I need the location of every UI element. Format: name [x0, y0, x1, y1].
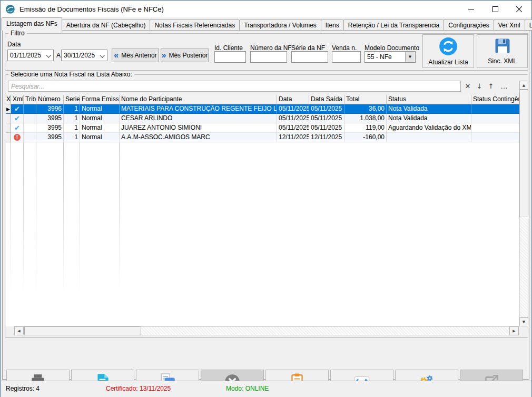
- search-input[interactable]: [8, 81, 461, 92]
- refresh-icon: [438, 36, 458, 59]
- empty-grid-area: [6, 142, 519, 326]
- header-forma-emissao: Forma Emissa: [80, 95, 120, 104]
- xml-status-cell: ✔: [11, 104, 24, 114]
- window-controls: [459, 1, 531, 17]
- table-row[interactable]: ! 3995 1 Normal A.A.M-ASSOC.AMIGOS MARC …: [6, 133, 519, 142]
- forma-emissao-cell: Normal: [80, 133, 120, 142]
- date-between-label: A: [56, 52, 61, 59]
- prev-month-label: Mês Anterior: [121, 52, 156, 59]
- numero-nf-input[interactable]: [250, 51, 287, 63]
- status-contingencia-cell: [471, 123, 519, 133]
- xml-error-icon: !: [14, 134, 21, 141]
- registros-count: Registros: 4: [6, 381, 40, 396]
- row-indicator-cell: [6, 123, 11, 133]
- header-data: Data: [277, 95, 309, 104]
- tab-abertura-da-nf[interactable]: Abertura da NF (Cabeçalho): [62, 20, 151, 31]
- id-cliente-input[interactable]: [214, 51, 246, 63]
- status-cell: Aguardando Validação do XM: [387, 123, 471, 133]
- header-total: Total: [344, 95, 387, 104]
- atualizar-lista-button[interactable]: Atualizar Lista: [422, 34, 474, 68]
- table-row[interactable]: ✔ 3995 1 Normal CESAR ARLINDO 05/11/2025…: [6, 114, 519, 123]
- status-bar: Registros: 4 Certificado: 13/11/2025 Mod…: [1, 381, 531, 397]
- modelo-documento-select[interactable]: 55 - NFe ▼: [364, 51, 416, 63]
- minimize-icon: [468, 9, 474, 9]
- scroll-up-icon: ▲: [523, 83, 525, 88]
- data-cell: 05/11/2025: [277, 104, 309, 114]
- total-cell: 1.038,00: [344, 114, 387, 123]
- data-saida-cell: 05/11/2025: [309, 104, 344, 114]
- close-button[interactable]: [507, 1, 531, 17]
- minimize-button[interactable]: [459, 1, 483, 17]
- tab-itens[interactable]: Itens: [321, 20, 344, 31]
- id-cliente-label: Id. Cliente: [214, 44, 243, 52]
- scroll-down-icon: ▼: [523, 320, 525, 324]
- search-more-icon[interactable]: …: [497, 81, 511, 92]
- scroll-up-button[interactable]: ▲: [519, 81, 528, 90]
- date-label: Data: [7, 41, 21, 48]
- row-indicator-cell: ▶: [6, 104, 11, 114]
- nome-participante-cell: CESAR ARLINDO: [120, 114, 277, 123]
- search-next-icon[interactable]: ↓: [474, 81, 485, 92]
- header-serie: Serie: [64, 95, 80, 104]
- status-contingencia-cell: [471, 114, 519, 123]
- tab-ver-xml[interactable]: Ver Xml: [494, 20, 525, 31]
- sinc-xml-button[interactable]: Sinc. XML: [477, 34, 528, 68]
- numero-nf-label: Número da NF: [250, 44, 292, 52]
- app-logo-icon: [5, 4, 15, 14]
- tab-log[interactable]: Log: [525, 20, 532, 31]
- filter-groupbox: Filtro Data 01/11/2025 A 30/11/2025 « Mê…: [5, 33, 528, 71]
- vertical-scrollbar-thumb[interactable]: [519, 90, 528, 217]
- trib-cell: [24, 123, 36, 133]
- serie-cell: 1: [64, 114, 80, 123]
- window-title: Emissão de Documentos Fiscais (NFe e NFC…: [19, 5, 164, 13]
- header-nome-participante: Nome do Participante: [120, 95, 277, 104]
- scrollbar-corner: [6, 326, 14, 335]
- app-window: Emissão de Documentos Fiscais (NFe e NFC…: [0, 0, 532, 397]
- trib-cell: [24, 104, 36, 114]
- table-row[interactable]: ✔ 3995 1 Normal JUAREZ ANTONIO SIMIONI 0…: [6, 123, 519, 133]
- maximize-button[interactable]: [483, 1, 507, 17]
- date-from-combobox[interactable]: 01/11/2025: [7, 50, 54, 61]
- row-indicator-cell: [6, 133, 11, 142]
- serie-cell: 1: [64, 133, 80, 142]
- numero-cell: 3995: [36, 123, 64, 133]
- tab-page: Filtro Data 01/11/2025 A 30/11/2025 « Mê…: [2, 30, 529, 380]
- search-prev-icon[interactable]: ↑: [486, 81, 496, 92]
- forma-emissao-cell: Normal: [80, 104, 120, 114]
- numero-cell: 3996: [36, 104, 64, 114]
- total-cell: -160,00: [344, 133, 387, 142]
- scroll-down-button[interactable]: ▼: [519, 317, 528, 326]
- xml-validated-icon: ✔: [14, 124, 20, 132]
- next-month-button[interactable]: » Mês Posterior: [161, 49, 209, 62]
- prev-month-button[interactable]: « Mês Anterior: [112, 49, 159, 62]
- tab-notas-fiscais-referenciadas[interactable]: Notas Fiscais Referenciadas: [150, 20, 240, 31]
- tab-transportadora-volumes[interactable]: Transportadora / Volumes: [239, 20, 321, 31]
- sinc-xml-label: Sinc. XML: [488, 57, 517, 65]
- close-icon: [516, 6, 523, 12]
- tab-retencao-lei-transparencia[interactable]: Retenção / Lei da Transparencia: [343, 20, 444, 31]
- scroll-left-icon: ◀: [17, 329, 20, 333]
- tab-strip: Listagem das NFs Abertura da NF (Cabeçal…: [2, 17, 530, 31]
- serie-nf-input[interactable]: [291, 51, 328, 63]
- date-to-value: 30/11/2025: [64, 52, 95, 59]
- forma-emissao-cell: Normal: [80, 123, 120, 133]
- scroll-right-button[interactable]: ▶: [509, 326, 519, 335]
- search-clear-icon[interactable]: ✕: [462, 81, 473, 92]
- date-from-value: 01/11/2025: [10, 52, 41, 59]
- title-bar: Emissão de Documentos Fiscais (NFe e NFC…: [1, 1, 531, 17]
- table-row[interactable]: ▶ ✔ 3996 1 Normal MATERIAIS PARA CONSTRU…: [6, 104, 519, 114]
- next-month-label: Mês Posterior: [169, 52, 208, 59]
- filter-group-label: Filtro: [8, 30, 27, 37]
- modelo-documento-label: Modelo Documento: [364, 44, 419, 52]
- grid-header-row: X Xml Trib Número Serie Forma Emissa Nom…: [6, 95, 519, 104]
- venda-input[interactable]: [332, 51, 361, 63]
- tab-listagem-das-nfs[interactable]: Listagem das NFs: [2, 17, 62, 31]
- header-xml: Xml: [11, 95, 24, 104]
- scroll-left-button[interactable]: ◀: [14, 326, 24, 335]
- tab-configuracoes[interactable]: Configurações: [444, 20, 494, 31]
- selected-row-pointer-icon: ▶: [6, 106, 10, 112]
- nome-participante-cell: A.A.M-ASSOC.AMIGOS MARC: [120, 133, 277, 142]
- date-to-combobox[interactable]: 30/11/2025: [61, 50, 107, 61]
- horizontal-scrollbar-thumb[interactable]: [24, 326, 141, 335]
- xml-validated-icon: ✔: [14, 114, 20, 122]
